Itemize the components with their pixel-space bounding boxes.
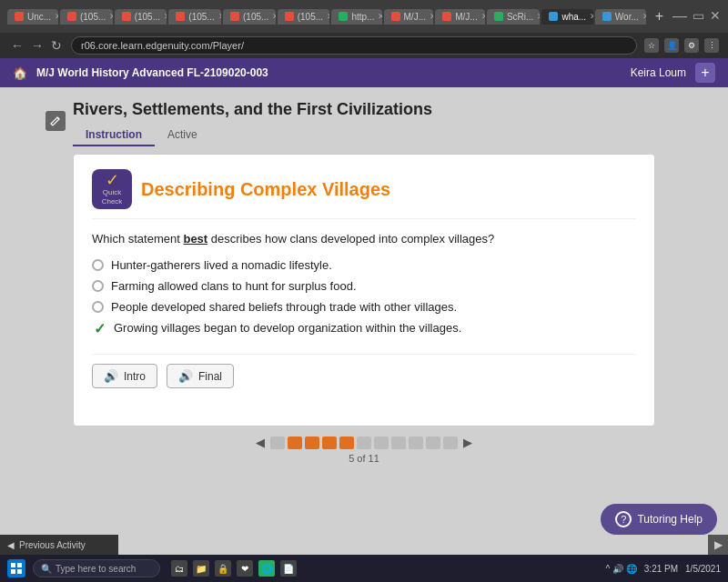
search-icon: 🔍 [41,564,52,574]
tab-1[interactable]: (105... ✕ [60,9,113,25]
options-list: Hunter-gatherers lived a nomadic lifesty… [92,258,636,336]
tab-instruction[interactable]: Instruction [73,125,155,146]
tab-8[interactable]: M/J... ✕ [435,9,485,25]
taskbar-icon-4[interactable]: 🌐 [258,560,275,577]
option-2[interactable]: Farming allowed clans to hunt for surplu… [92,279,636,293]
tab-6[interactable]: http... ✕ [331,9,381,25]
taskbar-icon-5[interactable]: 📄 [280,560,297,577]
page-dot-3[interactable] [322,436,337,449]
quick-check-label: QuickCheck [102,188,123,206]
option-3-text: People developed shared beliefs through … [111,300,457,314]
page-dot-1[interactable] [288,436,302,449]
maximize-button[interactable]: ▭ [693,8,704,25]
page-dot-9[interactable] [426,436,440,449]
tab-3-close[interactable]: ✕ [218,12,221,21]
main-content: Rivers, Settlements, and the First Civil… [0,87,728,555]
content-tabs: Instruction Active [73,125,655,146]
page-dot-0[interactable] [270,436,285,449]
reload-button[interactable]: ↻ [49,38,64,53]
prev-page-button[interactable]: ◀ [253,436,268,449]
url-input[interactable]: r06.core.learn.edgenuity.com/Player/ [71,36,637,55]
system-tray: ^ 🔊 🌐 [606,564,637,574]
page-dot-10[interactable] [443,436,458,449]
radio-3[interactable] [92,301,104,313]
extension-icon[interactable]: ⚙ [684,38,699,53]
start-button[interactable] [7,559,25,577]
taskbar-icon-3[interactable]: ❤ [237,560,253,577]
radio-1[interactable] [92,259,104,271]
final-button[interactable]: 🔊 Final [167,364,234,388]
app-title: M/J World History Advanced FL-2109020-00… [36,66,631,79]
page-dot-2[interactable] [305,436,319,449]
tab-strip: Unc... ✕ (105... ✕ (105... ✕ (105... ✕ (… [7,9,646,25]
tab-10[interactable]: wha... ✕ [541,9,592,25]
taskbar-search-input[interactable]: 🔍 Type here to search [33,559,160,577]
page-dot-8[interactable] [409,436,423,449]
taskbar-right: ^ 🔊 🌐 3:21 PM 1/5/2021 [606,564,721,574]
tab-7-close[interactable]: ✕ [430,12,433,21]
tab-2-close[interactable]: ✕ [164,12,167,21]
correct-indicator: ✓ [92,321,106,336]
back-button[interactable]: ← [9,38,25,53]
option-4[interactable]: ✓ Growing villages began to develop orga… [92,321,636,336]
svg-rect-3 [17,569,22,574]
tab-4[interactable]: (105... ✕ [223,9,276,25]
taskbar: 🔍 Type here to search 🗂 📁 🔒 ❤ 🌐 📄 ^ 🔊 🌐 … [0,555,728,582]
tab-0[interactable]: Unc... ✕ [7,9,58,25]
tab-4-close[interactable]: ✕ [272,12,275,21]
final-label: Final [198,370,222,383]
check-green-icon: ✓ [94,320,106,337]
checkmark-icon: ✓ [106,172,119,188]
option-4-text: Growing villages began to develop organi… [114,321,461,335]
new-tab-button[interactable]: + [650,8,669,25]
radio-2[interactable] [92,280,104,292]
previous-activity-button[interactable]: ◀ Previous Activity [0,535,118,555]
tab-5-close[interactable]: ✕ [327,12,329,21]
page-dot-4[interactable] [339,436,354,449]
svg-rect-0 [11,563,15,567]
tab-8-close[interactable]: ✕ [481,12,485,21]
user-name: Keira Loum [631,66,686,79]
prev-activity-label: Previous Activity [19,540,86,550]
forward-button[interactable]: → [29,38,46,53]
tutoring-help-button[interactable]: ? Tutoring Help [601,504,717,535]
tab-3[interactable]: (105... ✕ [168,9,221,25]
edit-icon-button[interactable] [46,111,66,131]
option-3[interactable]: People developed shared beliefs through … [92,300,636,314]
home-icon[interactable]: 🏠 [13,66,27,80]
tab-active[interactable]: Active [155,125,210,146]
tab-11[interactable]: Wor... ✕ [595,9,646,25]
tab-0-close[interactable]: ✕ [55,12,58,21]
quick-check-icon: ✓ QuickCheck [92,169,132,209]
taskbar-icon-0[interactable]: 🗂 [171,560,187,577]
tab-10-close[interactable]: ✕ [590,12,593,21]
option-1[interactable]: Hunter-gatherers lived a nomadic lifesty… [92,258,636,272]
close-button[interactable]: ✕ [710,8,721,25]
tab-5[interactable]: (105... ✕ [278,9,330,25]
tab-1-close[interactable]: ✕ [109,12,112,21]
taskbar-icon-1[interactable]: 📁 [193,560,209,577]
next-activity-button[interactable]: ▶ [708,535,728,555]
tab-9[interactable]: ScRi... ✕ [487,9,541,25]
minimize-button[interactable]: — [672,8,687,25]
page-dot-6[interactable] [374,436,389,449]
search-placeholder-text: Type here to search [56,564,136,574]
page-dot-5[interactable] [357,436,371,449]
next-page-button[interactable]: ▶ [460,436,475,449]
profile-icon[interactable]: 👤 [664,38,679,53]
add-button[interactable]: + [695,63,715,83]
card-title: Describing Complex Villages [141,179,390,200]
bookmark-icon[interactable]: ☆ [644,38,659,53]
pagination-area: ◀ ▶ 5 of 11 [73,436,655,464]
tab-2[interactable]: (105... ✕ [115,9,167,25]
page-dot-7[interactable] [391,436,406,449]
question-text: Which statement best describes how clans… [92,232,636,246]
help-circle-icon: ? [615,511,632,527]
tab-6-close[interactable]: ✕ [378,12,381,21]
tab-11-close[interactable]: ✕ [642,12,646,21]
intro-button[interactable]: 🔊 Intro [92,364,157,388]
taskbar-icon-2[interactable]: 🔒 [215,560,231,577]
tab-9-close[interactable]: ✕ [537,12,540,21]
tab-7[interactable]: M/J... ✕ [384,9,434,25]
menu-icon[interactable]: ⋮ [704,38,719,53]
